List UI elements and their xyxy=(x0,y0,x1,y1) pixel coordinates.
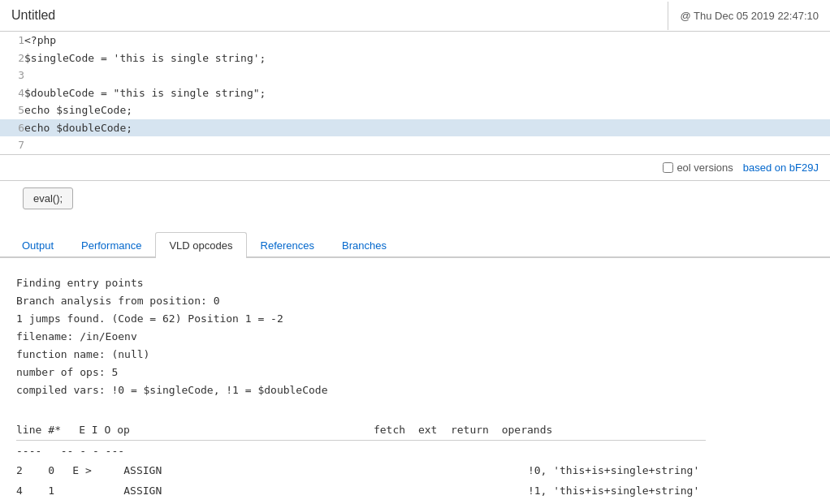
opcode-cell: ECHO xyxy=(117,501,214,504)
code-line-row: 7 xyxy=(0,136,830,154)
line-number: 6 xyxy=(0,119,24,137)
line-content[interactable] xyxy=(24,67,830,84)
opcode-cell: ASSIGN xyxy=(117,481,214,501)
opcode-cell: 1 xyxy=(48,481,72,501)
output-area: Finding entry pointsBranch analysis from… xyxy=(0,258,830,505)
line-number: 3 xyxy=(0,67,24,84)
tab-performance[interactable]: Performance xyxy=(67,232,155,258)
header: @ Thu Dec 05 2019 22:47:10 xyxy=(0,0,830,32)
vld-header-line: 1 jumps found. (Code = 62) Position 1 = … xyxy=(16,310,814,328)
opcode-cell: 0 xyxy=(48,461,72,480)
opcode-cell: 4 xyxy=(16,481,48,501)
code-line-row: 6echo $doubleCode; xyxy=(0,119,830,137)
opcode-cell xyxy=(444,461,495,480)
line-number: 2 xyxy=(0,50,24,67)
opcode-col-col-num: #* xyxy=(48,420,72,441)
opcode-cell: 5 xyxy=(16,501,48,504)
opcode-cell: E > xyxy=(72,461,117,480)
opcode-cell xyxy=(444,481,495,501)
opcode-cell xyxy=(412,461,444,480)
eval-row: eval(); xyxy=(0,181,830,232)
opcode-cell xyxy=(72,501,117,504)
code-editor: 1<?php2$singleCode = 'this is single str… xyxy=(0,32,830,155)
opcode-divider: ---- -- - - --- xyxy=(16,441,706,462)
line-number: 4 xyxy=(0,84,24,102)
opcode-cell: 2 xyxy=(48,501,72,504)
opcode-col-col-op: op xyxy=(117,420,214,441)
opcode-row: 41ASSIGN!1, 'this+is+single+string' xyxy=(16,481,706,501)
opcode-cell xyxy=(214,501,412,504)
tab-references[interactable]: References xyxy=(247,232,328,258)
tab-output[interactable]: Output xyxy=(8,232,67,258)
timestamp: @ Thu Dec 05 2019 22:47:10 xyxy=(668,2,830,30)
line-number: 1 xyxy=(0,32,24,50)
line-content[interactable] xyxy=(24,136,830,154)
opcode-header-row: line#* E I Oop fetch ext return operands xyxy=(16,420,706,441)
vld-header-line: function name: (null) xyxy=(16,346,814,364)
line-content[interactable]: echo $doubleCode; xyxy=(24,119,830,137)
tab-branches[interactable]: Branches xyxy=(328,232,400,258)
opcode-cell xyxy=(214,481,412,501)
line-content[interactable]: $doubleCode = "this is single string"; xyxy=(24,84,830,102)
opcode-cell: !0 xyxy=(495,501,706,504)
vld-header-line: number of ops: 5 xyxy=(16,364,814,381)
opcode-cell xyxy=(412,501,444,504)
opcode-col-col-ret: return xyxy=(444,420,495,441)
vld-header: Finding entry pointsBranch analysis from… xyxy=(16,274,814,400)
opcode-cell xyxy=(72,481,117,501)
vld-header-line: Finding entry points xyxy=(16,274,814,292)
opcode-cell: 2 xyxy=(16,461,48,480)
vld-header-line: Branch analysis from position: 0 xyxy=(16,292,814,310)
code-line-row: 3 xyxy=(0,67,830,84)
line-content[interactable]: echo $singleCode; xyxy=(24,101,830,119)
opcode-row: 52ECHO!0 xyxy=(16,501,706,504)
controls-bar: eol versions based on bF29J xyxy=(0,155,830,181)
eol-checkbox[interactable] xyxy=(663,162,673,173)
eol-label[interactable]: eol versions xyxy=(663,162,733,174)
eol-text: eol versions xyxy=(677,162,733,174)
opcode-col-col-fetch: fetch xyxy=(214,420,412,441)
opcode-row: 20E >ASSIGN!0, 'this+is+single+string' xyxy=(16,461,706,480)
opcode-col-col-oper: operands xyxy=(495,420,706,441)
line-number: 7 xyxy=(0,136,24,154)
version-link[interactable]: based on bF29J xyxy=(743,162,819,174)
opcode-cell xyxy=(444,501,495,504)
opcode-cell xyxy=(412,481,444,501)
code-line-row: 1<?php xyxy=(0,32,830,50)
line-content[interactable]: $singleCode = 'this is single string'; xyxy=(24,50,830,67)
opcode-table: line#* E I Oop fetch ext return operands… xyxy=(16,420,706,504)
opcode-cell: !0, 'this+is+single+string' xyxy=(495,461,706,480)
vld-header-line: filename: /in/Eoenv xyxy=(16,328,814,346)
code-table: 1<?php2$singleCode = 'this is single str… xyxy=(0,32,830,154)
tab-vld[interactable]: VLD opcodes xyxy=(155,232,246,258)
opcode-col-col-eio: E I O xyxy=(72,420,117,441)
code-line-row: 2$singleCode = 'this is single string'; xyxy=(0,50,830,67)
code-line-row: 4$doubleCode = "this is single string"; xyxy=(0,84,830,102)
line-content[interactable]: <?php xyxy=(24,32,830,50)
vld-header-line: compiled vars: !0 = $singleCode, !1 = $d… xyxy=(16,381,814,399)
opcode-col-col-line: line xyxy=(16,420,48,441)
line-number: 5 xyxy=(0,101,24,119)
opcode-cell: !1, 'this+is+single+string' xyxy=(495,481,706,501)
tabs-bar: OutputPerformanceVLD opcodesReferencesBr… xyxy=(0,232,830,258)
code-line-row: 5echo $singleCode; xyxy=(0,101,830,119)
opcode-cell: ASSIGN xyxy=(117,461,214,480)
opcode-cell xyxy=(214,461,412,480)
title-input[interactable] xyxy=(0,0,668,31)
opcode-col-col-ext: ext xyxy=(412,420,444,441)
eval-button[interactable]: eval(); xyxy=(23,187,73,209)
